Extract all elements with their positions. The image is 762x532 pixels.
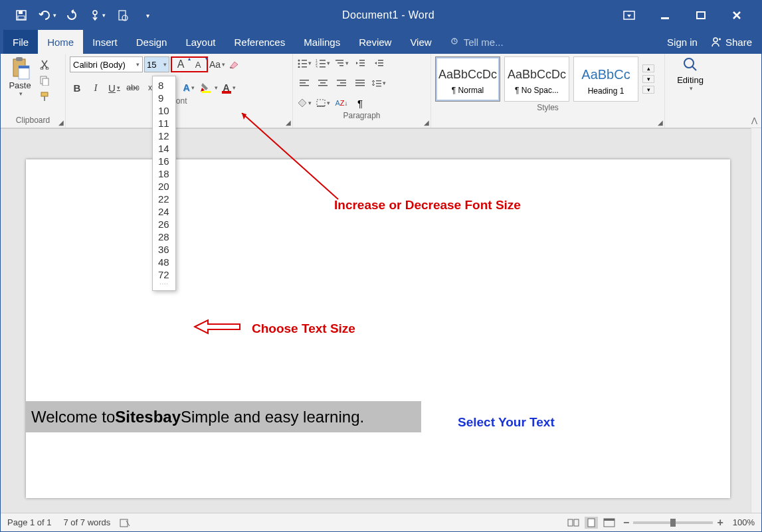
print-layout-button[interactable] [585, 517, 598, 529]
tab-insert[interactable]: Insert [83, 30, 127, 54]
collapse-ribbon-button[interactable]: ⋀ [751, 116, 757, 125]
font-size-option[interactable]: 28 [153, 230, 175, 243]
style-normal[interactable]: AaBbCcDc ¶ Normal [435, 56, 500, 102]
group-editing: Editing ▾ [665, 54, 718, 128]
multilevel-list-button[interactable]: ▾ [334, 56, 349, 70]
text-effects-button[interactable]: A▾ [181, 80, 196, 95]
highlight-button[interactable]: ▾ [200, 80, 218, 95]
style-sample: AaBbCcDc [508, 68, 566, 82]
zoom-level[interactable]: 100% [733, 517, 755, 527]
tab-design[interactable]: Design [127, 30, 177, 54]
show-hide-button[interactable]: ¶ [353, 96, 367, 110]
format-painter-button[interactable] [38, 90, 51, 103]
align-right-button[interactable] [334, 76, 349, 90]
paragraph-dialog-launcher[interactable]: ◢ [424, 119, 429, 126]
bold-button[interactable]: B [70, 80, 84, 95]
numbering-button[interactable]: 123▾ [316, 56, 330, 70]
font-dialog-launcher[interactable]: ◢ [286, 119, 291, 126]
selected-text[interactable]: Welcome to Sitesbay Simple and easy lear… [26, 401, 421, 432]
font-size-option[interactable]: 18 [153, 167, 175, 180]
align-center-button[interactable] [316, 76, 330, 90]
font-size-option[interactable]: 12 [153, 130, 175, 142]
shading-button[interactable]: ▾ [297, 96, 312, 110]
editing-label: Editing [677, 75, 704, 85]
svg-rect-41 [378, 60, 383, 61]
ribbon-display-button[interactable] [618, 4, 640, 27]
cut-button[interactable] [38, 58, 51, 71]
increase-indent-button[interactable] [371, 56, 386, 70]
zoom-in-button[interactable]: + [717, 517, 723, 529]
font-size-option[interactable]: 9 [153, 92, 175, 104]
sign-in-link[interactable]: Sign in [667, 37, 698, 48]
decrease-font-size-button[interactable]: A▾ [191, 57, 205, 72]
vertical-scrollbar[interactable] [751, 128, 761, 513]
undo-button[interactable]: ▾ [35, 4, 58, 27]
close-button[interactable] [725, 4, 748, 27]
font-size-option[interactable]: 20 [153, 180, 175, 193]
tab-file[interactable]: File [3, 30, 38, 54]
svg-rect-38 [359, 60, 365, 61]
bullets-button[interactable]: ▾ [297, 56, 312, 70]
font-size-option[interactable]: 26 [153, 218, 175, 230]
paste-button[interactable]: Paste ▾ [5, 56, 35, 97]
font-size-option[interactable]: 11 [153, 117, 175, 130]
styles-scroll-up[interactable]: ▴ [642, 64, 654, 72]
tab-view[interactable]: View [401, 30, 440, 54]
zoom-slider[interactable] [633, 521, 713, 524]
styles-expand[interactable]: ▾ [642, 86, 654, 94]
web-layout-button[interactable] [603, 518, 615, 527]
minimize-button[interactable] [654, 4, 676, 27]
font-size-option[interactable]: 10 [153, 104, 175, 117]
style-no-spacing[interactable]: AaBbCcDc ¶ No Spac... [504, 56, 569, 102]
tab-mailings[interactable]: Mailings [294, 30, 349, 54]
tab-home[interactable]: Home [38, 30, 83, 54]
font-size-option[interactable]: 14 [153, 142, 175, 155]
font-size-option[interactable]: 16 [153, 155, 175, 167]
justify-button[interactable] [353, 76, 367, 90]
styles-scroll-down[interactable]: ▾ [642, 75, 654, 83]
strikethrough-button[interactable]: abc [126, 80, 140, 95]
maximize-button[interactable] [690, 4, 712, 27]
font-size-option[interactable]: 36 [153, 243, 175, 256]
qat-customize-button[interactable]: ▾ [136, 4, 159, 27]
touch-mode-button[interactable]: ▾ [86, 4, 108, 27]
print-preview-button[interactable] [111, 4, 134, 27]
font-size-option[interactable]: 24 [153, 205, 175, 218]
tab-layout[interactable]: Layout [176, 30, 225, 54]
font-name-combo[interactable]: Calibri (Body)▾ [70, 56, 143, 72]
change-case-button[interactable]: Aa▾ [209, 57, 225, 72]
font-size-combo[interactable]: 15▾ [144, 56, 169, 72]
copy-button[interactable] [38, 74, 51, 87]
italic-button[interactable]: I [88, 80, 103, 95]
editing-button[interactable]: Editing ▾ [669, 56, 712, 92]
tab-references[interactable]: References [225, 30, 294, 54]
word-count[interactable]: 7 of 7 words [64, 517, 111, 527]
font-size-option[interactable]: 8 [153, 79, 175, 92]
share-button[interactable]: Share [710, 36, 752, 48]
increase-font-size-button[interactable]: A▴ [173, 57, 188, 72]
save-button[interactable] [10, 4, 33, 27]
align-left-button[interactable] [297, 76, 312, 90]
style-heading1[interactable]: AaBbCc Heading 1 [573, 56, 638, 102]
sort-button[interactable]: AZ↓ [334, 96, 349, 110]
read-mode-button[interactable] [567, 518, 579, 527]
clear-formatting-button[interactable] [227, 57, 241, 72]
font-size-option[interactable]: 72 [153, 268, 175, 281]
styles-dialog-launcher[interactable]: ◢ [658, 119, 663, 126]
font-color-button[interactable]: A▾ [222, 80, 237, 95]
redo-button[interactable] [60, 4, 83, 27]
font-size-option[interactable]: 22 [153, 193, 175, 205]
borders-button[interactable]: ▾ [316, 96, 330, 110]
tab-review[interactable]: Review [349, 30, 401, 54]
font-size-option[interactable]: 48 [153, 256, 175, 268]
decrease-indent-button[interactable] [353, 56, 367, 70]
page-count[interactable]: Page 1 of 1 [7, 517, 52, 527]
document-page[interactable]: Increase or Decrease Font Size Choose Te… [26, 159, 730, 498]
underline-button[interactable]: U▾ [107, 80, 122, 95]
zoom-out-button[interactable]: − [623, 517, 629, 529]
line-spacing-button[interactable]: ▾ [371, 76, 386, 90]
tell-me-search[interactable]: Tell me... [441, 30, 513, 54]
document-area[interactable]: Increase or Decrease Font Size Choose Te… [1, 128, 751, 513]
clipboard-dialog-launcher[interactable]: ◢ [58, 119, 64, 126]
proofing-icon[interactable] [120, 518, 130, 527]
